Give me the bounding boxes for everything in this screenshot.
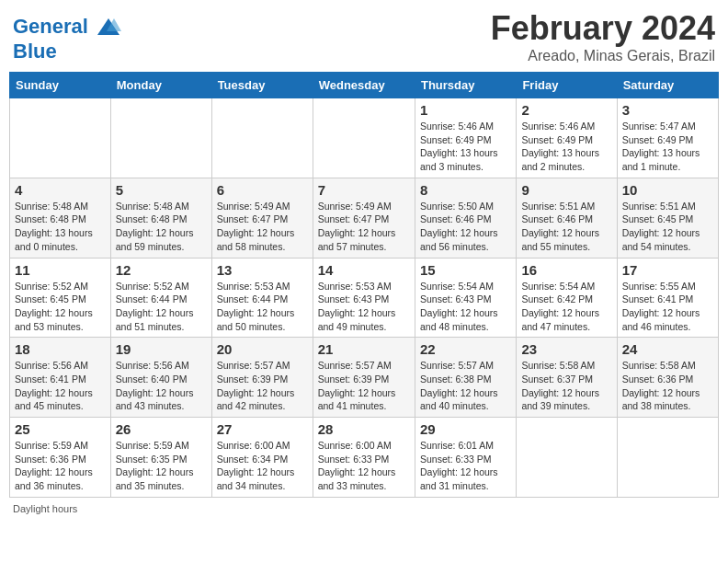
day-info: Sunrise: 5:51 AM Sunset: 6:46 PM Dayligh… bbox=[521, 200, 611, 254]
day-number: 14 bbox=[318, 262, 410, 278]
day-info: Sunrise: 5:51 AM Sunset: 6:45 PM Dayligh… bbox=[622, 200, 713, 254]
day-info: Sunrise: 5:46 AM Sunset: 6:49 PM Dayligh… bbox=[420, 120, 511, 174]
day-info: Sunrise: 5:59 AM Sunset: 6:35 PM Dayligh… bbox=[116, 439, 207, 493]
day-number: 7 bbox=[318, 182, 410, 198]
header-day-tuesday: Tuesday bbox=[211, 73, 313, 98]
day-number: 13 bbox=[217, 262, 308, 278]
day-number: 25 bbox=[15, 421, 106, 437]
day-cell: 27Sunrise: 6:00 AM Sunset: 6:34 PM Dayli… bbox=[211, 418, 313, 498]
day-cell bbox=[110, 98, 211, 178]
day-info: Sunrise: 5:55 AM Sunset: 6:41 PM Dayligh… bbox=[622, 280, 713, 334]
day-cell: 15Sunrise: 5:54 AM Sunset: 6:43 PM Dayli… bbox=[415, 258, 516, 338]
day-info: Sunrise: 5:56 AM Sunset: 6:40 PM Dayligh… bbox=[116, 359, 207, 413]
day-cell: 29Sunrise: 6:01 AM Sunset: 6:33 PM Dayli… bbox=[415, 418, 516, 498]
day-number: 27 bbox=[217, 421, 308, 437]
header-day-saturday: Saturday bbox=[617, 73, 718, 98]
day-number: 16 bbox=[521, 262, 611, 278]
day-cell: 8Sunrise: 5:50 AM Sunset: 6:46 PM Daylig… bbox=[415, 178, 516, 258]
day-info: Sunrise: 5:56 AM Sunset: 6:41 PM Dayligh… bbox=[15, 359, 106, 413]
location: Areado, Minas Gerais, Brazil bbox=[491, 48, 715, 64]
footer: Daylight hours bbox=[9, 503, 719, 514]
day-info: Sunrise: 5:57 AM Sunset: 6:38 PM Dayligh… bbox=[420, 359, 511, 413]
day-cell: 11Sunrise: 5:52 AM Sunset: 6:45 PM Dayli… bbox=[10, 258, 111, 338]
day-number: 26 bbox=[116, 421, 207, 437]
day-cell: 13Sunrise: 5:53 AM Sunset: 6:44 PM Dayli… bbox=[211, 258, 313, 338]
day-cell: 2Sunrise: 5:46 AM Sunset: 6:49 PM Daylig… bbox=[517, 98, 617, 178]
day-number: 28 bbox=[318, 421, 410, 437]
day-number: 12 bbox=[116, 262, 207, 278]
day-number: 29 bbox=[420, 421, 511, 437]
day-cell: 20Sunrise: 5:57 AM Sunset: 6:39 PM Dayli… bbox=[211, 338, 313, 418]
day-info: Sunrise: 5:58 AM Sunset: 6:36 PM Dayligh… bbox=[622, 359, 713, 413]
header-row: SundayMondayTuesdayWednesdayThursdayFrid… bbox=[10, 73, 719, 98]
day-number: 11 bbox=[15, 262, 106, 278]
day-number: 23 bbox=[521, 341, 611, 357]
day-cell: 24Sunrise: 5:58 AM Sunset: 6:36 PM Dayli… bbox=[617, 338, 718, 418]
day-number: 18 bbox=[15, 341, 106, 357]
day-cell: 17Sunrise: 5:55 AM Sunset: 6:41 PM Dayli… bbox=[617, 258, 718, 338]
day-info: Sunrise: 5:52 AM Sunset: 6:45 PM Dayligh… bbox=[15, 280, 106, 334]
day-number: 6 bbox=[217, 182, 308, 198]
calendar-body: 1Sunrise: 5:46 AM Sunset: 6:49 PM Daylig… bbox=[10, 98, 719, 498]
day-info: Sunrise: 6:01 AM Sunset: 6:33 PM Dayligh… bbox=[420, 439, 511, 493]
day-info: Sunrise: 5:49 AM Sunset: 6:47 PM Dayligh… bbox=[318, 200, 410, 254]
day-info: Sunrise: 5:46 AM Sunset: 6:49 PM Dayligh… bbox=[521, 120, 611, 174]
month-title: February 2024 bbox=[491, 9, 715, 48]
day-info: Sunrise: 5:53 AM Sunset: 6:43 PM Dayligh… bbox=[318, 280, 410, 334]
day-cell bbox=[211, 98, 313, 178]
logo: General Blue bbox=[13, 15, 121, 63]
day-info: Sunrise: 5:48 AM Sunset: 6:48 PM Dayligh… bbox=[116, 200, 207, 254]
day-number: 22 bbox=[420, 341, 511, 357]
day-info: Sunrise: 6:00 AM Sunset: 6:33 PM Dayligh… bbox=[318, 439, 410, 493]
day-cell: 19Sunrise: 5:56 AM Sunset: 6:40 PM Dayli… bbox=[110, 338, 211, 418]
day-cell: 1Sunrise: 5:46 AM Sunset: 6:49 PM Daylig… bbox=[415, 98, 516, 178]
day-cell: 9Sunrise: 5:51 AM Sunset: 6:46 PM Daylig… bbox=[517, 178, 617, 258]
day-info: Sunrise: 5:59 AM Sunset: 6:36 PM Dayligh… bbox=[15, 439, 106, 493]
day-info: Sunrise: 5:53 AM Sunset: 6:44 PM Dayligh… bbox=[217, 280, 308, 334]
day-cell bbox=[617, 418, 718, 498]
day-info: Sunrise: 5:57 AM Sunset: 6:39 PM Dayligh… bbox=[318, 359, 410, 413]
day-cell: 7Sunrise: 5:49 AM Sunset: 6:47 PM Daylig… bbox=[313, 178, 415, 258]
day-number: 4 bbox=[15, 182, 106, 198]
day-cell: 6Sunrise: 5:49 AM Sunset: 6:47 PM Daylig… bbox=[211, 178, 313, 258]
day-number: 10 bbox=[622, 182, 713, 198]
header-day-thursday: Thursday bbox=[415, 73, 516, 98]
day-number: 19 bbox=[116, 341, 207, 357]
day-info: Sunrise: 5:47 AM Sunset: 6:49 PM Dayligh… bbox=[622, 120, 713, 174]
day-info: Sunrise: 5:50 AM Sunset: 6:46 PM Dayligh… bbox=[420, 200, 511, 254]
day-info: Sunrise: 6:00 AM Sunset: 6:34 PM Dayligh… bbox=[217, 439, 308, 493]
day-number: 8 bbox=[420, 182, 511, 198]
day-number: 20 bbox=[217, 341, 308, 357]
day-number: 21 bbox=[318, 341, 410, 357]
day-cell: 22Sunrise: 5:57 AM Sunset: 6:38 PM Dayli… bbox=[415, 338, 516, 418]
day-info: Sunrise: 5:54 AM Sunset: 6:42 PM Dayligh… bbox=[521, 280, 611, 334]
calendar-table: SundayMondayTuesdayWednesdayThursdayFrid… bbox=[9, 72, 719, 498]
day-cell: 16Sunrise: 5:54 AM Sunset: 6:42 PM Dayli… bbox=[517, 258, 617, 338]
header-day-sunday: Sunday bbox=[10, 73, 111, 98]
day-number: 1 bbox=[420, 102, 511, 118]
day-number: 15 bbox=[420, 262, 511, 278]
day-number: 5 bbox=[116, 182, 207, 198]
header-day-monday: Monday bbox=[110, 73, 211, 98]
page-header: General Blue February 2024 Areado, Minas… bbox=[9, 9, 719, 64]
day-cell: 10Sunrise: 5:51 AM Sunset: 6:45 PM Dayli… bbox=[617, 178, 718, 258]
day-cell: 3Sunrise: 5:47 AM Sunset: 6:49 PM Daylig… bbox=[617, 98, 718, 178]
week-row-0: 1Sunrise: 5:46 AM Sunset: 6:49 PM Daylig… bbox=[10, 98, 719, 178]
day-cell: 5Sunrise: 5:48 AM Sunset: 6:48 PM Daylig… bbox=[110, 178, 211, 258]
day-cell: 26Sunrise: 5:59 AM Sunset: 6:35 PM Dayli… bbox=[110, 418, 211, 498]
day-cell bbox=[517, 418, 617, 498]
day-number: 9 bbox=[521, 182, 611, 198]
day-cell: 25Sunrise: 5:59 AM Sunset: 6:36 PM Dayli… bbox=[10, 418, 111, 498]
day-cell: 21Sunrise: 5:57 AM Sunset: 6:39 PM Dayli… bbox=[313, 338, 415, 418]
week-row-2: 11Sunrise: 5:52 AM Sunset: 6:45 PM Dayli… bbox=[10, 258, 719, 338]
day-cell: 18Sunrise: 5:56 AM Sunset: 6:41 PM Dayli… bbox=[10, 338, 111, 418]
week-row-1: 4Sunrise: 5:48 AM Sunset: 6:48 PM Daylig… bbox=[10, 178, 719, 258]
day-number: 17 bbox=[622, 262, 713, 278]
logo-blue: Blue bbox=[13, 40, 121, 63]
day-info: Sunrise: 5:52 AM Sunset: 6:44 PM Dayligh… bbox=[116, 280, 207, 334]
day-number: 24 bbox=[622, 341, 713, 357]
day-cell: 28Sunrise: 6:00 AM Sunset: 6:33 PM Dayli… bbox=[313, 418, 415, 498]
day-cell: 4Sunrise: 5:48 AM Sunset: 6:48 PM Daylig… bbox=[10, 178, 111, 258]
day-info: Sunrise: 5:58 AM Sunset: 6:37 PM Dayligh… bbox=[521, 359, 611, 413]
day-number: 2 bbox=[521, 102, 611, 118]
